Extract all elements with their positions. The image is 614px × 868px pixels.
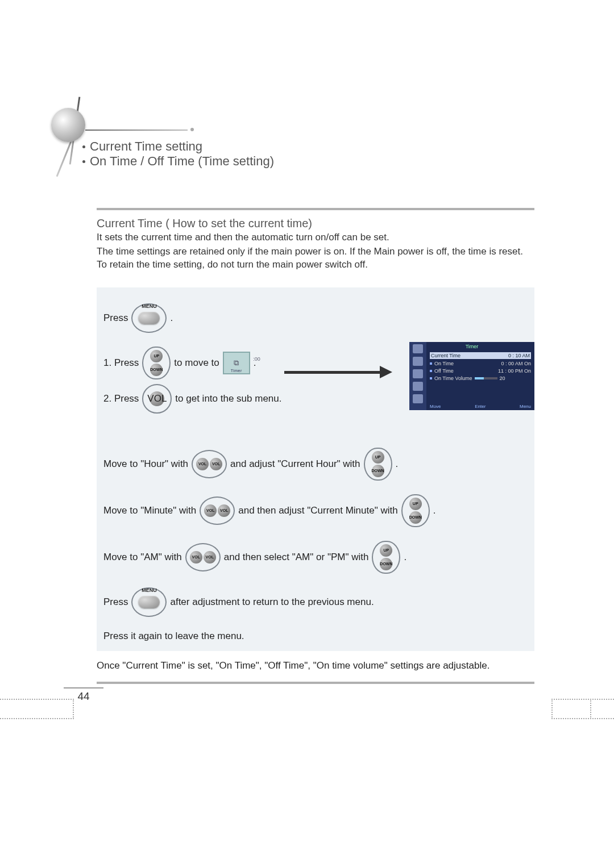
up-down-button-icon: UP DOWN [372,541,400,574]
timer-side-text: :00 [253,356,260,362]
step-text: Move to "Minute" with [103,505,196,516]
osd-icon [413,394,423,403]
footer-dotted-sep [590,699,591,719]
step-text: to get into the sub menu. [175,393,281,404]
step-text: and then adjust "Current Minute" with [238,505,397,516]
step-text: Press [103,596,128,608]
step-minute: Move to "Minute" with VOL VOL and then a… [103,494,528,527]
step-text: Press [103,312,128,324]
decorative-rule [85,130,188,131]
up-down-button-icon: UP DOWN [142,347,171,379]
timer-chip-label: Timer [231,369,242,373]
vol-left-right-button-icon: VOL VOL [185,543,221,571]
sphere-icon [51,108,85,142]
button-face-icon [138,312,160,324]
vol-label: VOL [204,504,217,517]
title-line-1: Current Time setting [90,139,202,154]
step-ampm: Move to "AM" with VOL VOL and then selec… [103,541,528,574]
section-body-line-1: It sets the current time and then the au… [97,231,534,244]
step-text: . [404,552,406,563]
osd-footer: Move Enter Menu [430,404,531,409]
up-label: UP [409,498,422,510]
step-text: to move to [174,357,219,369]
manual-page: Current Time setting On Time / Off Time … [0,0,614,868]
up-label: UP [380,544,392,557]
title-line-2: On Time / Off Time (Time setting) [90,154,274,169]
step-text: after adjustment to return to the previo… [170,596,374,608]
menu-button-icon: MENU [131,587,167,617]
osd-row-value: 20 [500,375,505,381]
osd-row-label: Current Time [431,353,460,358]
osd-footer-enter: Enter [475,404,486,409]
vol-label: VOL [190,551,202,564]
osd-row-label: Off Time [434,368,454,374]
osd-icon [413,369,423,378]
step-press-menu-return: Press MENU after adjustment to return to… [103,587,528,617]
section-heading: Current Time ( How to set the current ti… [97,217,534,230]
up-label: UP [150,350,163,362]
step-text: 2. Press [103,393,139,404]
step-press-menu: Press MENU . [103,303,528,333]
vol-label: VOL [218,504,230,517]
step-text: Move to "Hour" with [103,458,188,470]
step-text: 1. Press [103,357,139,369]
osd-row-value: 11 : 00 PM On [498,368,531,374]
osd-title: Timer [466,344,479,349]
osd-rows: Current Time 0 : 10 AM On Time 0 : 00 AM… [430,352,531,381]
step-text: . [170,312,173,324]
osd-row-volume: On Time Volume 20 [430,375,531,381]
section-body-line-2: The time settings are retained only if t… [97,245,534,272]
step-press-again: Press it again to leave the menu. [103,631,528,642]
osd-footer-move: Move [430,404,441,409]
vol-label: VOL [196,458,209,470]
osd-bullet-icon [430,377,432,379]
menu-button-icon: MENU [131,303,167,333]
footer-dotted-box-left [0,699,74,719]
osd-bullet-icon [430,362,432,365]
up-label: UP [372,451,384,464]
arrow-to-osd-icon [284,368,398,375]
osd-row-value: 0 : 10 AM [508,353,530,358]
step-text: . [396,458,399,470]
main-content: Current Time ( How to set the current ti… [97,208,534,684]
step-text: and then select "AM" or "PM" with [224,552,369,563]
vol-label: VOL [204,551,216,564]
menu-label: MENU [142,303,157,309]
step-hour: Move to "Hour" with VOL VOL and adjust "… [103,448,528,481]
vol-left-right-button-icon: VOL VOL [192,450,227,478]
timer-menu-icon: ⧉ :00 Timer [223,352,250,374]
button-face-icon [138,596,160,608]
up-down-button-icon: UP DOWN [364,448,392,481]
bullet-icon [82,145,85,148]
down-label: DOWN [380,558,392,570]
osd-row-off-time: Off Time 11 : 00 PM On [430,368,531,374]
decorative-dot [190,128,194,131]
osd-bullet-icon [430,370,432,372]
osd-timer-screenshot: Timer Current Time 0 : 10 AM On Time 0 :… [409,342,534,410]
osd-row-label: On Time Volume [434,375,472,381]
pageno-rule [64,687,103,688]
steps-panel: Press MENU . 1. Press UP DOWN to move to… [97,287,534,651]
step-text: Move to "AM" with [103,552,182,563]
vol-right-button-icon: VOL [142,384,172,414]
closing-note: Once "Current Time" is set, "On Time", "… [97,660,534,671]
osd-footer-menu: Menu [520,404,531,409]
down-label: DOWN [150,364,163,376]
osd-icon [413,382,423,391]
osd-row-on-time: On Time 0 : 00 AM On [430,361,531,366]
bullet-icon [82,160,85,163]
osd-row-current-time: Current Time 0 : 10 AM [430,352,531,359]
osd-icon [413,344,423,353]
down-label: DOWN [372,465,384,477]
osd-row-value: 0 : 00 AM On [501,361,531,366]
osd-side-icons [409,342,426,410]
up-down-button-icon: UP DOWN [401,494,430,527]
osd-row-label: On Time [434,361,454,366]
osd-volume-bar [475,377,497,379]
vol-label: VOL [210,458,222,470]
step-text: and adjust "Current Hour" with [230,458,360,470]
step-text: Press it again to leave the menu. [103,631,244,642]
footer-dotted-box-right [551,699,614,719]
page-titles: Current Time setting On Time / Off Time … [82,139,274,169]
menu-label: MENU [142,587,157,593]
